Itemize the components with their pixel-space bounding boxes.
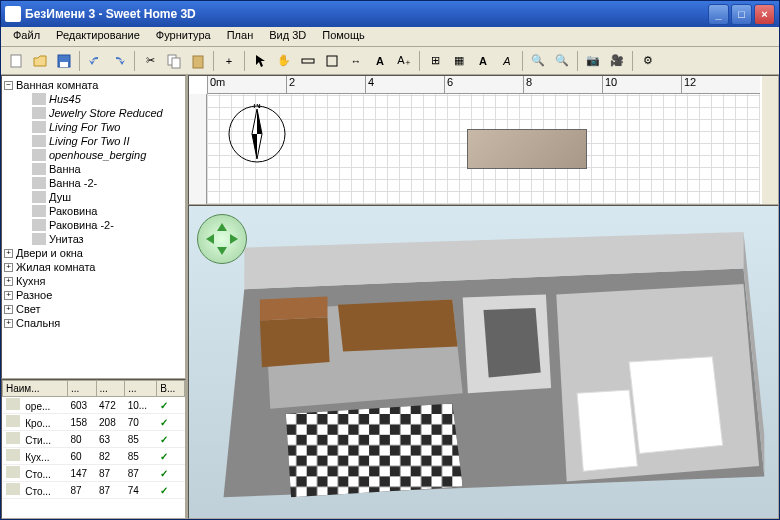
tree-item[interactable]: Унитаз (4, 232, 183, 246)
redo-icon[interactable] (108, 50, 130, 72)
svg-rect-0 (11, 55, 21, 67)
close-button[interactable]: × (754, 4, 775, 25)
italic-icon[interactable]: A (496, 50, 518, 72)
expand-icon[interactable]: + (4, 263, 13, 272)
menu-plan[interactable]: План (219, 27, 262, 46)
add-furniture-icon[interactable]: + (218, 50, 240, 72)
tree-item[interactable]: openhouse_berging (4, 148, 183, 162)
minimize-button[interactable]: _ (708, 4, 729, 25)
tree-item[interactable]: Hus45 (4, 92, 183, 106)
furniture-table[interactable]: Наим............В... оре...60347210...✓ … (1, 379, 186, 519)
save-icon[interactable] (53, 50, 75, 72)
tree-item[interactable]: Раковина (4, 204, 183, 218)
plan-view[interactable]: 0m24681012 N (188, 75, 779, 205)
room-icon[interactable] (321, 50, 343, 72)
tree-item-label: Living For Two (49, 121, 120, 133)
tree-item[interactable]: Раковина -2- (4, 218, 183, 232)
expand-icon[interactable]: + (4, 291, 13, 300)
settings-icon[interactable]: ⚙ (637, 50, 659, 72)
table-header[interactable]: ... (125, 381, 157, 397)
expand-icon[interactable]: + (4, 305, 13, 314)
table-header[interactable]: Наим... (3, 381, 68, 397)
paste-icon[interactable] (187, 50, 209, 72)
table-header[interactable]: ... (67, 381, 96, 397)
table-header[interactable]: В... (157, 381, 185, 397)
window-title: БезИмени 3 - Sweet Home 3D (25, 7, 708, 21)
select-icon[interactable] (249, 50, 271, 72)
svg-marker-14 (338, 300, 458, 352)
ruler-tick: 8 (523, 76, 602, 93)
furniture-icon (32, 93, 46, 105)
menu-edit[interactable]: Редактирование (48, 27, 148, 46)
maximize-button[interactable]: □ (731, 4, 752, 25)
table-row[interactable]: оре...60347210...✓ (3, 397, 185, 414)
check-icon: ✓ (157, 448, 185, 465)
titlebar: БезИмени 3 - Sweet Home 3D _ □ × (1, 1, 779, 27)
expand-icon[interactable]: + (4, 249, 13, 258)
menu-help[interactable]: Помощь (314, 27, 373, 46)
table-row[interactable]: Сто...878774✓ (3, 482, 185, 499)
table-row[interactable]: Кух...608285✓ (3, 448, 185, 465)
tree-category[interactable]: +Двери и окна (4, 246, 183, 260)
tree-category-label: Кухня (16, 275, 45, 287)
tree-item-label: openhouse_berging (49, 149, 146, 161)
plan-scrollbar-v[interactable] (762, 76, 778, 204)
nav-control-3d[interactable] (197, 214, 247, 264)
expand-icon[interactable]: + (4, 319, 13, 328)
tree-item[interactable]: Living For Two (4, 120, 183, 134)
new-icon[interactable] (5, 50, 27, 72)
tree-item[interactable]: Душ (4, 190, 183, 204)
tree-item[interactable]: Jewelry Store Reduced (4, 106, 183, 120)
video-icon[interactable]: 🎥 (606, 50, 628, 72)
tree-item[interactable]: Ванна -2- (4, 176, 183, 190)
menu-file[interactable]: Файл (5, 27, 48, 46)
furniture-icon (32, 191, 46, 203)
undo-icon[interactable] (84, 50, 106, 72)
toolbar: ✂ + ✋ ↔ A A₊ ⊞ ▦ A A 🔍 🔍 📷 🎥 ⚙ (1, 47, 779, 75)
view-3d[interactable] (188, 205, 779, 519)
photo-icon[interactable]: 📷 (582, 50, 604, 72)
furniture-tree[interactable]: − Ванная комната Hus45Jewelry Store Redu… (1, 75, 186, 379)
collapse-icon[interactable]: − (4, 81, 13, 90)
copy-icon[interactable] (163, 50, 185, 72)
tree-category[interactable]: +Свет (4, 302, 183, 316)
menu-furniture[interactable]: Фурнитура (148, 27, 219, 46)
zoom-out-icon[interactable]: 🔍 (551, 50, 573, 72)
text-label-icon[interactable]: A₊ (393, 50, 415, 72)
table-row[interactable]: Кро...15820870✓ (3, 414, 185, 431)
tree-item-label: Душ (49, 191, 71, 203)
app-icon (5, 6, 21, 22)
plan-canvas[interactable]: N (207, 94, 760, 204)
expand-icon[interactable]: + (4, 277, 13, 286)
svg-rect-6 (302, 59, 314, 63)
nav-arrows-icon[interactable] (202, 219, 242, 259)
render-3d (189, 206, 778, 518)
tree-category[interactable]: +Кухня (4, 274, 183, 288)
layer-icon[interactable]: ▦ (448, 50, 470, 72)
grid-icon[interactable]: ⊞ (424, 50, 446, 72)
menu-3d[interactable]: Вид 3D (261, 27, 314, 46)
ruler-horizontal: 0m24681012 (207, 76, 760, 94)
bold-icon[interactable]: A (472, 50, 494, 72)
zoom-in-icon[interactable]: 🔍 (527, 50, 549, 72)
cut-icon[interactable]: ✂ (139, 50, 161, 72)
plan-model-preview[interactable] (467, 129, 587, 169)
table-header[interactable]: ... (96, 381, 125, 397)
tree-category[interactable]: +Спальня (4, 316, 183, 330)
table-row[interactable]: Сти...806385✓ (3, 431, 185, 448)
dimension-icon[interactable]: ↔ (345, 50, 367, 72)
check-icon: ✓ (157, 431, 185, 448)
tree-category[interactable]: +Разное (4, 288, 183, 302)
svg-marker-18 (286, 404, 463, 498)
wall-icon[interactable] (297, 50, 319, 72)
text-icon[interactable]: A (369, 50, 391, 72)
tree-root[interactable]: − Ванная комната (4, 78, 183, 92)
pan-icon[interactable]: ✋ (273, 50, 295, 72)
tree-category-label: Жилая комната (16, 261, 95, 273)
tree-category[interactable]: +Жилая комната (4, 260, 183, 274)
table-row[interactable]: Сто...1478787✓ (3, 465, 185, 482)
tree-item[interactable]: Living For Two II (4, 134, 183, 148)
svg-marker-16 (484, 308, 541, 378)
open-icon[interactable] (29, 50, 51, 72)
tree-item[interactable]: Ванна (4, 162, 183, 176)
